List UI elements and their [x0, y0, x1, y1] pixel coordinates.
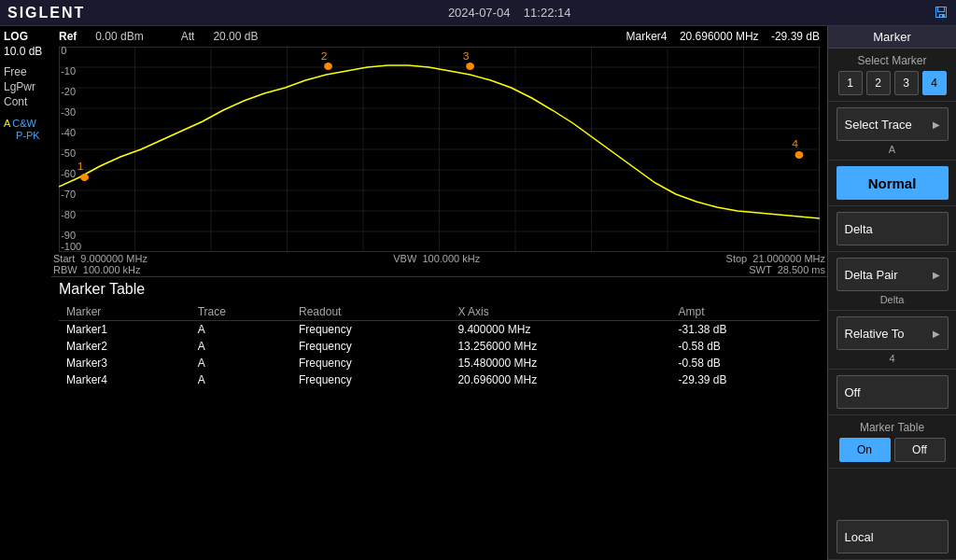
datetime: 2024-07-04 11:22:14	[448, 6, 571, 20]
svg-point-37	[466, 63, 474, 70]
delta-pair-button[interactable]: Delta Pair ▶	[836, 258, 949, 291]
cell-ampt: -0.58 dB	[671, 338, 821, 355]
att-label: Att	[181, 30, 195, 43]
marker-table-toggle-label: Marker Table	[828, 419, 956, 436]
marker-table: Marker Trace Readout X Axis Ampt Marker1…	[59, 303, 820, 388]
table-row: Marker3 A Frequency 15.480000 MHz -0.58 …	[59, 355, 820, 371]
right-panel-title: Marker	[828, 26, 956, 49]
marker-table-off-btn[interactable]: Off	[894, 438, 946, 462]
logo: SIGLENT	[7, 5, 85, 21]
relative-to-label: Relative To	[845, 327, 905, 341]
top-bar: SIGLENT 2024-07-04 11:22:14 🖫	[0, 0, 956, 26]
svg-text:-90: -90	[61, 230, 76, 240]
select-trace-section: Select Trace ▶ A	[828, 102, 956, 161]
delta-label: Delta	[845, 222, 873, 236]
svg-point-33	[80, 174, 89, 181]
delta-pair-section: Delta Pair ▶ Delta	[828, 252, 956, 311]
cell-marker: Marker2	[59, 338, 190, 355]
scale-label: LOG	[4, 30, 48, 43]
cell-xaxis: 9.400000 MHz	[450, 321, 670, 339]
cell-ampt: -29.39 dB	[671, 371, 821, 388]
delta-pair-sub: Delta	[828, 293, 956, 306]
svg-text:-40: -40	[61, 127, 76, 137]
select-trace-label: Select Trace	[845, 118, 912, 132]
delta-pair-arrow: ▶	[933, 270, 940, 280]
relative-to-arrow: ▶	[933, 329, 940, 339]
svg-text:-20: -20	[61, 86, 76, 96]
vbw-label: VBW 100.000 kHz	[393, 253, 480, 264]
col-header-readout: Readout	[291, 303, 450, 321]
svg-text:-70: -70	[61, 189, 76, 199]
svg-point-39	[795, 151, 804, 159]
svg-text:-10: -10	[61, 65, 76, 76]
svg-point-35	[324, 63, 332, 70]
marker-table-toggle-row: On Off	[828, 436, 956, 464]
cell-trace: A	[190, 321, 291, 339]
marker-name: Marker4 20.696000 MHz -29.39 dB	[626, 30, 820, 43]
normal-button[interactable]: Normal	[836, 166, 949, 200]
left-panel: Ref 0.00 dBm Att 20.00 dB Marker4 20.696…	[51, 26, 827, 560]
select-trace-button[interactable]: Select Trace ▶	[836, 107, 949, 141]
svg-text:-80: -80	[61, 209, 76, 219]
table-row: Marker1 A Frequency 9.400000 MHz -31.38 …	[59, 321, 820, 339]
marker-btn-1[interactable]: 1	[838, 71, 863, 95]
local-button[interactable]: Local	[836, 520, 949, 553]
cell-readout: Frequency	[291, 321, 450, 339]
cw-label: C&W	[12, 118, 36, 129]
cell-marker: Marker3	[59, 355, 190, 371]
cell-xaxis: 15.480000 MHz	[450, 355, 670, 371]
cell-trace: A	[190, 371, 291, 388]
select-trace-arrow: ▶	[933, 119, 940, 130]
marker-table-toggle-section: Marker Table On Off	[828, 415, 956, 469]
ref-bar: Ref 0.00 dBm Att 20.00 dB Marker4 20.696…	[51, 26, 827, 47]
off-label: Off	[845, 385, 861, 399]
delta-pair-label: Delta Pair	[845, 268, 898, 282]
cell-ampt: -31.38 dB	[671, 321, 821, 339]
svg-text:-100: -100	[61, 241, 81, 251]
svg-text:0: 0	[61, 47, 66, 56]
col-header-ampt: Ampt	[671, 303, 821, 321]
marker-btn-3[interactable]: 3	[894, 71, 919, 95]
svg-text:-60: -60	[61, 168, 76, 178]
table-row: Marker2 A Frequency 13.256000 MHz -0.58 …	[59, 338, 820, 355]
cell-marker: Marker4	[59, 371, 190, 388]
ref-value: 0.00 dBm	[95, 30, 143, 43]
relative-to-section: Relative To ▶ 4	[828, 311, 956, 370]
delta-button[interactable]: Delta	[836, 212, 949, 245]
lgpwr-mode: LgPwr	[4, 80, 48, 93]
start-label: Start 9.000000 MHz	[53, 253, 148, 264]
cell-readout: Frequency	[291, 338, 450, 355]
main-layout: LOG 10.0 dB Free LgPwr Cont A C&W P-PK R…	[0, 26, 956, 560]
svg-text:-50: -50	[61, 147, 76, 158]
cell-readout: Frequency	[291, 371, 450, 388]
trace-a-indicator: A	[4, 118, 10, 129]
off-section: Off	[828, 370, 956, 415]
marker-btn-2[interactable]: 2	[866, 71, 891, 95]
select-trace-value: A	[828, 143, 956, 156]
cell-trace: A	[190, 338, 291, 355]
select-marker-label: Select Marker	[828, 52, 956, 69]
cell-xaxis: 20.696000 MHz	[450, 371, 670, 388]
marker-btn-4[interactable]: 4	[922, 71, 947, 95]
col-header-trace: Trace	[190, 303, 291, 321]
cont-mode: Cont	[4, 95, 48, 108]
relative-to-button[interactable]: Relative To ▶	[836, 316, 949, 350]
marker-table-section: Marker Table Marker Trace Readout X Axis…	[51, 276, 827, 392]
cell-xaxis: 13.256000 MHz	[450, 338, 670, 355]
table-row: Marker4 A Frequency 20.696000 MHz -29.39…	[59, 371, 820, 388]
ref-label: Ref	[59, 30, 77, 43]
off-button[interactable]: Off	[836, 375, 949, 409]
col-header-marker: Marker	[59, 303, 190, 321]
marker-table-title: Marker Table	[59, 281, 820, 298]
free-mode: Free	[4, 65, 48, 78]
chart-area: 0 -10 -20 -30 -40 -50 -60 -70 -80 -90 -1…	[59, 47, 820, 252]
local-label: Local	[845, 530, 874, 544]
cell-marker: Marker1	[59, 321, 190, 339]
marker-table-on-btn[interactable]: On	[839, 438, 891, 462]
chart-svg: 0 -10 -20 -30 -40 -50 -60 -70 -80 -90 -1…	[59, 47, 820, 252]
delta-section: Delta	[828, 206, 956, 252]
normal-section: Normal	[828, 161, 956, 206]
local-section: Local	[828, 514, 956, 560]
col-header-xaxis: X Axis	[450, 303, 670, 321]
usb-icon: 🖫	[934, 5, 949, 21]
